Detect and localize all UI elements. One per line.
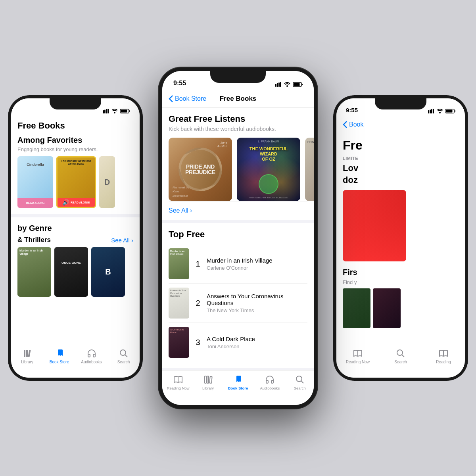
notch-center xyxy=(210,71,266,83)
nav-bar-right: Book xyxy=(336,116,465,133)
tab-library-center[interactable]: Library xyxy=(198,374,218,390)
bookstore-icon-left xyxy=(54,348,65,359)
svg-rect-30 xyxy=(433,109,434,113)
rank-3: 3 xyxy=(194,338,202,347)
cover-pride-prejudice[interactable]: JaneAusten Narrated byKateBeckinsale PRI… xyxy=(169,138,232,201)
top-free-item-3[interactable]: A Cold Dark Place 3 A Cold Dark Place To… xyxy=(169,323,307,362)
see-all-thrillers[interactable]: See All › xyxy=(111,237,133,244)
svg-rect-8 xyxy=(24,350,25,357)
tab-reading-now-right-label: Reading Now xyxy=(346,360,370,364)
svg-rect-1 xyxy=(104,110,106,114)
svg-rect-3 xyxy=(107,109,109,113)
cover-third[interactable]: FRA... xyxy=(305,138,314,201)
favorites-sub: Engaging books for young readers. xyxy=(11,146,140,156)
tab-audiobooks-center[interactable]: Audiobooks xyxy=(258,374,282,390)
reading-icon-right xyxy=(438,348,449,359)
book-once-gone[interactable]: ONCE GONE xyxy=(54,247,88,297)
cover-wizard-oz[interactable]: L. FRANK BAUM THE WONDERFUL WIZARD OF OZ… xyxy=(237,138,300,201)
section2-title: Top Free xyxy=(169,229,307,240)
tab-reading-right-label: Reading xyxy=(436,360,451,364)
book-murder-village-left[interactable]: Murder in an Irish Village xyxy=(17,247,51,297)
tab-search-left[interactable]: Search xyxy=(112,348,136,364)
svg-rect-19 xyxy=(294,83,300,86)
svg-rect-2 xyxy=(106,109,107,113)
top-free-item-1[interactable]: Murder in an Irish Village 1 Murder in a… xyxy=(169,244,307,284)
search-icon-center xyxy=(295,374,305,385)
book-d[interactable]: D xyxy=(99,156,115,208)
nav-back-center[interactable]: Book Store xyxy=(169,95,206,103)
svg-line-12 xyxy=(125,355,127,357)
tab-bookstore-center[interactable]: Book Store xyxy=(226,374,250,390)
svg-line-37 xyxy=(402,355,405,357)
svg-rect-24 xyxy=(209,376,212,383)
right-doz: doz xyxy=(336,174,465,190)
book-author-2: The New York Times xyxy=(207,307,307,313)
section1-title: Great Free Listens xyxy=(169,114,307,124)
tab-reading-right[interactable]: Reading xyxy=(432,348,455,364)
book-title-2: Answers to Your Coronavirus Questions xyxy=(207,293,307,306)
right-first: Firs xyxy=(336,261,465,278)
tab-bar-left: Library Book Store Audiobooks xyxy=(11,345,140,378)
content-center[interactable]: Great Free Listens Kick back with these … xyxy=(162,107,314,370)
phone-center: 9:55 Book Store Free Books Great xyxy=(159,67,317,409)
book-info-3: A Cold Dark Place Toni Anderson xyxy=(207,336,307,349)
tab-bookstore-left[interactable]: Book Store xyxy=(48,348,71,364)
book-cinderella[interactable]: READ ALONG Cinderella xyxy=(17,156,53,208)
reading-now-icon xyxy=(173,374,183,385)
search-icon-right xyxy=(395,348,406,359)
svg-rect-27 xyxy=(428,110,429,113)
notch-right xyxy=(375,98,426,109)
genre-title: by Genre xyxy=(11,217,140,234)
svg-point-25 xyxy=(296,376,302,382)
svg-point-4 xyxy=(114,112,115,113)
tab-search-center[interactable]: Search xyxy=(290,374,310,390)
nav-bar-center: Book Store Free Books xyxy=(162,90,314,107)
svg-rect-29 xyxy=(431,109,432,113)
top-free-section: Top Free Murder in an Irish Village 1 Mu… xyxy=(162,223,314,368)
see-all-button[interactable]: See All › xyxy=(169,201,307,220)
cover-cold-place: A Cold Dark Place xyxy=(169,327,189,358)
tab-search-center-label: Search xyxy=(294,386,306,390)
cover-covid: Answers to Your Coronavirus Questions xyxy=(169,288,189,319)
book-info-2: Answers to Your Coronavirus Questions Th… xyxy=(207,293,307,313)
right-title: Fre xyxy=(336,133,465,154)
tab-reading-now-right[interactable]: Reading Now xyxy=(346,348,370,364)
svg-rect-13 xyxy=(275,84,276,87)
book-title-3: A Cold Dark Place xyxy=(207,336,307,342)
books-row-left: READ ALONG Cinderella The Monster at the… xyxy=(11,156,140,214)
tab-search-left-label: Search xyxy=(117,360,130,364)
svg-rect-14 xyxy=(277,83,278,87)
tab-search-right[interactable]: Search xyxy=(389,348,413,364)
tab-bookstore-left-label: Book Store xyxy=(50,360,69,364)
book-info-1: Murder in an Irish Village Carlene O'Con… xyxy=(207,257,307,271)
phone-right: 9:55 Book Fre xyxy=(333,95,468,381)
nav-back-right[interactable]: Book xyxy=(343,121,363,129)
library-icon xyxy=(22,348,33,359)
svg-point-36 xyxy=(397,350,403,355)
time-center: 9:55 xyxy=(173,80,186,87)
book-author-3: Toni Anderson xyxy=(207,344,307,349)
time-right: 9:55 xyxy=(346,107,358,113)
book-title-1: Murder in an Irish Village xyxy=(207,257,307,264)
svg-point-31 xyxy=(439,112,441,113)
svg-rect-9 xyxy=(26,350,28,357)
top-free-item-2[interactable]: Answers to Your Coronavirus Questions 2 … xyxy=(169,284,307,323)
tab-reading-now[interactable]: Reading Now xyxy=(166,374,190,390)
reading-now-icon-right xyxy=(353,348,363,359)
tab-audiobooks-left[interactable]: Audiobooks xyxy=(80,348,104,364)
right-book-2[interactable] xyxy=(373,288,401,328)
right-book-1[interactable] xyxy=(343,288,370,328)
right-find: Find y xyxy=(336,278,465,288)
book-monster[interactable]: The Monster at the end of this Book 🔊 RE… xyxy=(56,156,96,208)
svg-point-17 xyxy=(286,85,288,87)
nav-title-center: Free Books xyxy=(220,95,257,103)
bookstore-icon-center xyxy=(233,374,243,385)
tab-library-center-label: Library xyxy=(202,386,214,390)
book-blake[interactable]: B xyxy=(91,247,125,297)
notch-left xyxy=(50,98,101,109)
cover-murder-village: Murder in an Irish Village xyxy=(169,248,189,279)
right-lov: Lov xyxy=(336,162,465,174)
right-books-bottom xyxy=(336,288,465,328)
tab-library[interactable]: Library xyxy=(15,348,39,364)
search-icon-left xyxy=(119,348,129,359)
